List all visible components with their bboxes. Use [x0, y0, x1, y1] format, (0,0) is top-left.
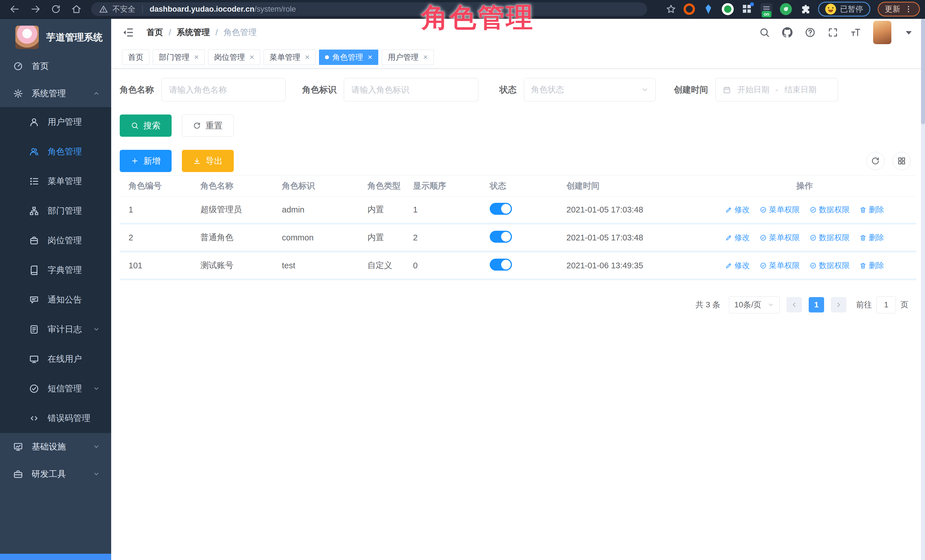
- sidebar-item-system-management[interactable]: 系统管理: [0, 80, 111, 107]
- sidebar-item-post-management[interactable]: 岗位管理: [0, 225, 111, 255]
- browser-update-button[interactable]: 更新: [878, 2, 920, 17]
- navbar-actions: [759, 21, 914, 44]
- browser-reload-icon[interactable]: [51, 4, 61, 14]
- tab-close-icon[interactable]: ×: [194, 53, 199, 61]
- breadcrumb-item-system[interactable]: 系统管理: [177, 27, 210, 38]
- bookmark-star-icon[interactable]: [666, 4, 676, 14]
- action-menu-permission[interactable]: 菜单权限: [760, 260, 800, 270]
- action-delete[interactable]: 删除: [859, 204, 884, 215]
- action-edit[interactable]: 修改: [725, 204, 750, 215]
- cell-name: 普通角色: [195, 232, 276, 243]
- scrollbar-thumb[interactable]: [921, 19, 925, 124]
- browser-forward-icon[interactable]: [30, 4, 41, 14]
- browser-toolbar: 不安全 dashboard.yudao.iocoder.cn/system/ro…: [0, 0, 925, 19]
- sidebar-item-dept-management[interactable]: 部门管理: [0, 196, 111, 225]
- update-label: 更新: [885, 4, 900, 14]
- action-delete[interactable]: 删除: [859, 260, 884, 270]
- next-page-button[interactable]: [831, 297, 846, 312]
- action-edit[interactable]: 修改: [725, 233, 750, 243]
- tab-user[interactable]: 用户管理×: [382, 50, 434, 65]
- status-toggle[interactable]: [490, 203, 512, 215]
- breadcrumb-item-home[interactable]: 首页: [146, 27, 163, 38]
- sidebar-logo[interactable]: 芋道管理系统: [0, 19, 111, 53]
- sidebar-item-online-users[interactable]: 在线用户: [0, 344, 111, 374]
- extension-orange-ring-icon[interactable]: [684, 3, 695, 15]
- header-search-icon[interactable]: [759, 27, 770, 38]
- font-size-icon[interactable]: [850, 27, 861, 38]
- avatar-caret-down-icon[interactable]: [903, 27, 914, 38]
- tab-close-icon[interactable]: ×: [368, 53, 372, 61]
- action-data-permission[interactable]: 数据权限: [809, 204, 850, 215]
- dept-icon: [29, 206, 39, 216]
- sidebar-collapse-icon[interactable]: [122, 27, 134, 39]
- action-delete[interactable]: 删除: [859, 233, 884, 243]
- sidebar-item-error-code-management[interactable]: 错误码管理: [0, 403, 111, 433]
- sidebar-item-user-management[interactable]: 用户管理: [0, 107, 111, 137]
- url-path: /system/role: [255, 5, 296, 14]
- role-key-input[interactable]: [344, 78, 478, 101]
- breadcrumb-separator: /: [215, 28, 218, 37]
- tab-home[interactable]: 首页: [122, 50, 149, 65]
- status-toggle[interactable]: [490, 259, 512, 270]
- tab-dept[interactable]: 部门管理×: [153, 50, 205, 65]
- profile-paused-chip[interactable]: 已暂停: [818, 2, 870, 17]
- action-edit[interactable]: 修改: [725, 260, 750, 270]
- reset-button[interactable]: 重置: [182, 114, 234, 137]
- extension-grid-badge-icon[interactable]: [741, 3, 753, 15]
- column-settings-button[interactable]: [892, 152, 911, 170]
- extension-blue-gem-icon[interactable]: [702, 3, 714, 15]
- fullscreen-icon[interactable]: [827, 27, 838, 38]
- refresh-icon: [193, 122, 201, 130]
- goto-page-input[interactable]: [877, 296, 896, 313]
- browser-back-icon[interactable]: [10, 4, 20, 14]
- export-button[interactable]: 导出: [182, 150, 234, 172]
- tab-close-icon[interactable]: ×: [305, 53, 310, 61]
- page-size-select[interactable]: 10条/页: [729, 296, 780, 313]
- cell-id: 1: [120, 205, 195, 215]
- extension-green-circle-icon[interactable]: [722, 3, 734, 15]
- user-avatar[interactable]: [873, 21, 891, 44]
- sidebar-item-notice[interactable]: 通知公告: [0, 285, 111, 314]
- sidebar-item-home[interactable]: 首页: [0, 53, 111, 80]
- extension-leaf-icon[interactable]: [780, 3, 792, 15]
- page-1-button[interactable]: 1: [809, 297, 824, 312]
- cell-key: common: [276, 233, 362, 242]
- create-time-range-picker[interactable]: 开始日期 - 结束日期: [716, 78, 838, 101]
- refresh-table-button[interactable]: [866, 152, 884, 170]
- add-button[interactable]: 新增: [120, 150, 172, 172]
- sidebar-item-dict-management[interactable]: 字典管理: [0, 255, 111, 285]
- action-menu-permission[interactable]: 菜单权限: [760, 204, 800, 215]
- search-button[interactable]: 搜索: [120, 114, 172, 137]
- tab-role[interactable]: 角色管理×: [319, 50, 378, 65]
- help-icon[interactable]: [805, 27, 815, 38]
- tab-menu[interactable]: 菜单管理×: [264, 50, 316, 65]
- paused-label: 已暂停: [840, 4, 863, 14]
- tab-post[interactable]: 岗位管理×: [208, 50, 260, 65]
- action-data-permission[interactable]: 数据权限: [809, 233, 850, 243]
- sidebar-item-audit-log[interactable]: 审计日志: [0, 314, 111, 344]
- sidebar-item-sms-management[interactable]: 短信管理: [0, 374, 111, 403]
- sidebar-item-role-management[interactable]: 角色管理: [0, 137, 111, 166]
- browser-home-icon[interactable]: [71, 4, 81, 14]
- github-icon[interactable]: [782, 27, 793, 38]
- tab-close-icon[interactable]: ×: [249, 53, 254, 61]
- action-data-permission[interactable]: 数据权限: [809, 260, 850, 270]
- status-toggle[interactable]: [490, 231, 512, 243]
- status-select[interactable]: 角色状态: [524, 78, 655, 101]
- sidebar-item-label: 错误码管理: [48, 413, 90, 424]
- sidebar-item-menu-management[interactable]: 菜单管理: [0, 166, 111, 196]
- extensions-puzzle-icon[interactable]: [799, 3, 811, 15]
- action-label: 修改: [735, 233, 750, 243]
- prev-page-button[interactable]: [786, 297, 802, 312]
- kebab-menu-icon[interactable]: [904, 5, 913, 14]
- cell-created-time: 2021-01-06 13:49:35: [561, 261, 693, 270]
- action-menu-permission[interactable]: 菜单权限: [760, 233, 800, 243]
- sidebar-item-dev-tools[interactable]: 研发工具: [0, 460, 111, 488]
- status-select-placeholder: 角色状态: [531, 84, 641, 95]
- role-name-input[interactable]: [161, 78, 286, 101]
- cell-sort: 1: [407, 205, 484, 215]
- browser-url-bar[interactable]: 不安全 dashboard.yudao.iocoder.cn/system/ro…: [91, 2, 647, 16]
- extension-dark-tile-icon[interactable]: on: [761, 3, 773, 15]
- sidebar-item-infrastructure[interactable]: 基础设施: [0, 433, 111, 460]
- tab-close-icon[interactable]: ×: [423, 53, 428, 61]
